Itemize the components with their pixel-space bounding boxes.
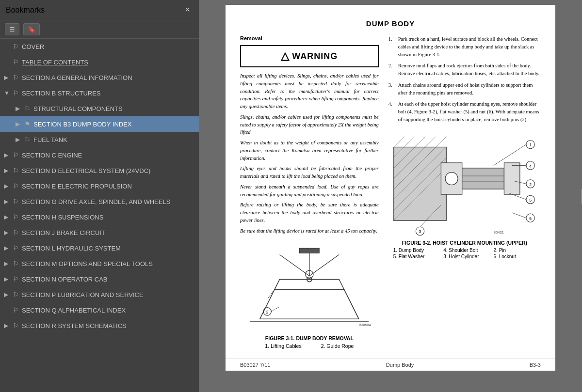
bookmark-item-section-c[interactable]: ▶⚐SECTION C ENGINE [0, 147, 199, 163]
bookmark-item-section-q[interactable]: ⚐SECTION Q ALPHABETICAL INDEX [0, 302, 199, 318]
warning-body-text-7: Be sure that the lifting device is rated… [240, 227, 379, 235]
page-title: DUMP BODY [240, 19, 541, 28]
bookmark-item-cover[interactable]: ⚐COVER [0, 39, 199, 54]
removal-label: Removal [240, 35, 379, 41]
bookmark-flag-icon-cover: ⚐ [13, 43, 19, 50]
svg-text:3: 3 [419, 229, 421, 234]
bookmark-item-structural-components[interactable]: ▶⚐STRUCTURAL COMPONENTS [0, 101, 199, 116]
expand-all-button[interactable]: ☰ [5, 23, 19, 35]
svg-line-53 [512, 212, 526, 218]
legend-shoulder-bolt: 4. Shoulder Bolt [443, 248, 485, 253]
svg-text:4: 4 [529, 163, 532, 168]
svg-line-22 [436, 136, 446, 147]
bookmark-item-section-j[interactable]: ▶⚐SECTION J BRAKE CIRCUIT [0, 225, 199, 240]
figure2-container: 1 4 2 [388, 131, 541, 260]
bookmarks-toolbar: ☰ 🔖 [0, 20, 199, 39]
bookmarks-title: Bookmarks [6, 6, 45, 15]
expand-arrow-section-l: ▶ [4, 245, 11, 251]
svg-line-18 [394, 136, 404, 147]
bookmark-item-section-r[interactable]: ▶⚐SECTION R SYSTEM SCHEMATICS [0, 318, 199, 333]
bookmark-flag-icon-section-m: ⚐ [13, 260, 19, 267]
expand-arrow-section-b3: ▶ [16, 121, 22, 127]
left-column: Removal △ WARNING Inspect all lifting de… [240, 35, 379, 349]
expand-arrow-cover [4, 43, 11, 50]
bookmark-item-section-b3[interactable]: ▶⚑SECTION B3 DUMP BODY INDEX [0, 116, 199, 132]
bookmark-label-section-n: SECTION N OPERATOR CAB [22, 276, 195, 283]
figure1-legend: 1. Lifting Cables 2. Guide Rope [240, 343, 379, 349]
step-4: At each of the upper hoist cylinder moun… [388, 100, 541, 123]
bookmark-flag-icon-section-h: ⚐ [13, 213, 19, 221]
bookmark-label-section-q: SECTION Q ALPHABETICAL INDEX [22, 307, 195, 314]
bookmark-item-section-a[interactable]: ▶⚐SECTION A GENERAL INFORMATION [0, 70, 199, 85]
bookmark-label-fuel-tank: FUEL TANK [33, 136, 195, 143]
figure1-svg: 1 2 [240, 242, 379, 331]
bookmark-label-section-e: SECTION E ELECTRIC PROPULSION [22, 183, 195, 190]
expand-arrow-section-g: ▶ [4, 198, 11, 205]
expand-arrow-section-m: ▶ [4, 260, 11, 267]
bookmark-item-fuel-tank[interactable]: ▶⚐FUEL TANK [0, 132, 199, 147]
bookmark-label-section-g: SECTION G DRIVE AXLE, SPINDLE, AND WHEEL… [22, 198, 195, 205]
bookmark-item-section-b[interactable]: ▼⚐SECTION B STRUCTURES [0, 85, 199, 101]
expand-arrow-section-b: ▼ [4, 90, 11, 96]
bookmark-label-section-r: SECTION R SYSTEM SCHEMATICS [22, 322, 195, 329]
figure1-legend-2: 2. Guide Rope [321, 343, 354, 349]
expand-arrow-section-q [4, 307, 11, 314]
steps-list: Park truck on a hard, level surface and … [388, 35, 541, 124]
warning-body-text-3: When in doubt as to the weight of compon… [240, 139, 379, 162]
bookmark-label-section-m: SECTION M OPTIONS AND SPECIAL TOOLS [22, 260, 195, 267]
bookmark-flag-icon-section-q: ⚐ [13, 306, 19, 314]
expand-arrow-section-p: ▶ [4, 291, 11, 298]
bookmarks-panel: Bookmarks × ☰ 🔖 ⚐COVER ⚐TABLE OF CONTENT… [0, 0, 199, 392]
bookmark-item-toc[interactable]: ⚐TABLE OF CONTENTS [0, 54, 199, 70]
bookmark-flag-icon-section-b: ⚐ [13, 89, 19, 97]
bookmark-item-section-l[interactable]: ▶⚐SECTION L HYDRAULIC SYSTEM [0, 240, 199, 256]
svg-text:1: 1 [529, 142, 532, 147]
svg-line-38 [493, 144, 526, 165]
bookmark-item-section-d[interactable]: ▶⚐SECTION D ELECTRICAL SYSTEM (24VDC) [0, 163, 199, 178]
svg-line-7 [280, 255, 309, 276]
bookmark-item-section-g[interactable]: ▶⚐SECTION G DRIVE AXLE, SPINDLE, AND WHE… [0, 194, 199, 209]
figure2-legend: 1. Dump Body 4. Shoulder Bolt 2. Pin 5. … [388, 248, 541, 259]
legend-flat-washer: 5. Flat Washer [393, 254, 436, 259]
bookmark-item-section-e[interactable]: ▶⚐SECTION E ELECTRIC PROPULSION [0, 178, 199, 194]
expand-arrow-section-n: ▶ [4, 276, 11, 282]
bookmark-flag-icon-section-c: ⚐ [13, 151, 19, 159]
legend-pin: 2. Pin [494, 248, 536, 253]
bookmark-item-section-n[interactable]: ▶⚐SECTION N OPERATOR CAB [0, 271, 199, 287]
bookmark-label-section-j: SECTION J BRAKE CIRCUIT [22, 229, 195, 236]
bookmarks-list: ⚐COVER ⚐TABLE OF CONTENTS▶⚐SECTION A GEN… [0, 39, 199, 392]
right-column: Park truck on a hard, level surface and … [388, 35, 541, 349]
pdf-content[interactable]: DUMP BODY Removal △ WARNING Inspect all … [199, 0, 582, 392]
figure1-label: FIGURE 3-1. DUMP BODY REMOVAL [240, 335, 379, 341]
svg-rect-10 [299, 248, 319, 253]
bookmark-flag-icon-section-l: ⚐ [13, 244, 19, 252]
pdf-page: DUMP BODY Removal △ WARNING Inspect all … [226, 5, 555, 359]
svg-point-31 [445, 172, 458, 185]
bookmark-flag-icon-section-g: ⚐ [13, 198, 19, 205]
warning-title: △ WARNING [246, 50, 373, 63]
step-3: Attach chains around upper end of hoist … [388, 81, 541, 97]
bookmark-item-section-m[interactable]: ▶⚐SECTION M OPTIONS AND SPECIAL TOOLS [0, 256, 199, 271]
bookmarks-close-button[interactable]: × [182, 4, 193, 16]
bookmark-flag-icon-fuel-tank: ⚐ [24, 136, 31, 143]
expand-arrow-section-a: ▶ [4, 74, 11, 81]
expand-arrow-section-e: ▶ [4, 183, 11, 189]
pdf-panel: ‹ DUMP BODY Removal △ WARNING [199, 0, 582, 392]
legend-hoist-cylinder: 3. Hoist Cylinder [443, 254, 485, 259]
bookmark-flag-icon-section-r: ⚐ [13, 322, 19, 329]
svg-line-19 [404, 136, 415, 147]
expand-arrow-fuel-tank: ▶ [16, 136, 22, 143]
svg-line-21 [425, 136, 436, 147]
warning-body-text-5: Never stand beneath a suspended load. Us… [240, 183, 379, 199]
bookmark-item-section-h[interactable]: ▶⚐SECTION H SUSPENSIONS [0, 209, 199, 225]
bookmark-label-toc: TABLE OF CONTENTS [22, 59, 195, 66]
bookmark-label-section-b3: SECTION B3 DUMP BODY INDEX [33, 121, 195, 128]
bookmark-label-section-l: SECTION L HYDRAULIC SYSTEM [22, 245, 195, 252]
bookmark-label-section-b: SECTION B STRUCTURES [22, 90, 195, 97]
figure2-label: FIGURE 3-2. HOIST CYLINDER MOUNTING (UPP… [388, 240, 541, 246]
bookmark-label-structural-components: STRUCTURAL COMPONENTS [33, 105, 195, 112]
bookmark-flag-icon-section-n: ⚐ [13, 275, 19, 283]
warning-body-text: Inspect all lifting devices. Slings, cha… [240, 72, 379, 110]
bookmark-icon-button[interactable]: 🔖 [23, 23, 40, 35]
bookmark-item-section-p[interactable]: ▶⚐SECTION P LUBRICATION AND SERVICE [0, 287, 199, 302]
